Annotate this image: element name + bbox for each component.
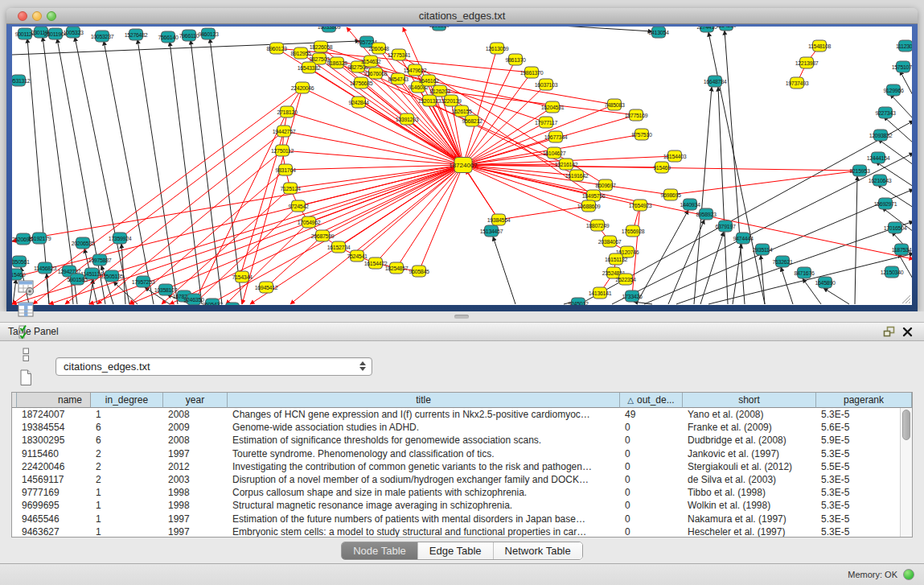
column-visibility-icon[interactable] <box>14 299 37 321</box>
network-node[interactable]: 9245012 <box>568 298 589 305</box>
network-node[interactable]: 6379197 <box>715 220 736 232</box>
network-node[interactable]: 15134457 <box>480 225 503 237</box>
table-row[interactable]: 969969511998Structural magnetic resonanc… <box>12 499 900 512</box>
tab-node-table[interactable]: Node Table <box>342 542 418 559</box>
network-node[interactable]: 7632621 <box>772 256 793 267</box>
network-node[interactable]: 7154210 <box>222 303 243 305</box>
network-node[interactable]: 8757510 <box>631 129 652 140</box>
table-row[interactable]: 1456911722003Disruption of a novel membe… <box>12 473 900 486</box>
network-node[interactable]: 10053237 <box>91 31 114 42</box>
network-node[interactable]: 20384067 <box>598 236 622 247</box>
network-node[interactable]: 16945412 <box>255 282 278 293</box>
network-node[interactable]: 10975887 <box>88 254 112 266</box>
network-node[interactable]: 20206535 <box>72 237 95 249</box>
network-node[interactable]: 8471676 <box>794 267 815 278</box>
network-node[interactable]: 15192179 <box>28 233 51 244</box>
network-node[interactable]: 9861370 <box>505 54 526 65</box>
column-header-title[interactable]: title <box>228 393 620 408</box>
network-node[interactable]: 16037103 <box>535 79 558 90</box>
network-node[interactable]: 8413054 <box>648 27 669 38</box>
network-node[interactable]: 11456823 <box>34 262 57 274</box>
network-node[interactable]: 9460123 <box>198 28 219 39</box>
network-node[interactable]: 2274410 <box>696 27 717 32</box>
network-node[interactable]: 10688609 <box>577 200 601 212</box>
network-node[interactable]: 9698695 <box>660 189 681 200</box>
network-node[interactable]: 1187534 <box>892 244 912 255</box>
network-node[interactable]: 12750112 <box>271 145 294 156</box>
scrollbar-thumb[interactable] <box>902 410 910 440</box>
select-all-icon[interactable] <box>14 321 37 344</box>
network-node[interactable]: 1603380 <box>429 27 450 31</box>
network-node[interactable]: 7566140 <box>158 31 179 43</box>
network-node[interactable]: 12613059 <box>486 43 509 54</box>
window-titlebar[interactable]: citations_edges.txt <box>6 8 918 24</box>
network-node[interactable]: 18154403 <box>663 150 687 162</box>
network-node[interactable]: 9605845 <box>409 266 429 277</box>
network-node[interactable]: 20531312 <box>12 75 31 86</box>
network-node[interactable]: 7125124 <box>280 183 301 194</box>
network-canvas[interactable]: 9001124230119023011904100532310053237152… <box>12 27 912 305</box>
table-row[interactable]: 1872400712008Changes of HCN gene express… <box>12 408 900 421</box>
network-node[interactable]: 12444154 <box>867 152 890 163</box>
network-node[interactable]: 9605432 <box>202 299 223 305</box>
table-selector-dropdown[interactable]: citations_edges.txt <box>55 357 372 376</box>
network-node[interactable]: 19737493 <box>786 77 809 89</box>
network-node[interactable]: 9129966 <box>883 84 904 96</box>
column-header-name[interactable]: name <box>17 393 91 408</box>
network-node[interactable]: 17654923 <box>629 200 652 211</box>
network-node[interactable]: 18254857 <box>385 262 409 274</box>
network-node[interactable]: 16104627 <box>543 147 566 159</box>
minimize-window-button[interactable] <box>32 11 42 21</box>
network-node[interactable]: 8609697 <box>595 179 616 191</box>
network-node[interactable]: 15692971 <box>874 198 897 209</box>
column-header-out_de[interactable]: △out_de... <box>620 393 683 408</box>
network-node[interactable]: 12775341 <box>388 49 411 60</box>
network-node[interactable]: 17656928 <box>622 225 645 237</box>
tab-edge-table[interactable]: Edge Table <box>418 542 494 559</box>
new-column-icon[interactable] <box>14 366 37 389</box>
network-node[interactable]: 1350561 <box>12 256 30 267</box>
network-node[interactable]: 16154472 <box>364 257 388 269</box>
network-node[interactable]: 16033809 <box>318 27 341 32</box>
column-header-in_degree[interactable]: in_degree <box>91 393 163 408</box>
network-node[interactable]: 8912955 <box>290 47 311 59</box>
network-node[interactable]: 16204531 <box>541 101 565 113</box>
resize-grip-icon[interactable] <box>902 295 910 303</box>
network-node[interactable]: 15276482 <box>125 29 148 40</box>
network-node[interactable]: 16210643 <box>869 175 892 186</box>
zoom-window-button[interactable] <box>47 11 56 21</box>
network-node[interactable]: 15751074 <box>892 61 912 72</box>
table-scrollbar[interactable] <box>900 408 912 537</box>
network-node[interactable]: 18775169 <box>625 109 648 121</box>
table-row[interactable]: 946554611997Estimation of the future num… <box>12 513 900 525</box>
network-node[interactable]: 18495756 <box>582 190 606 201</box>
table-row[interactable]: 1938455462009Genome-wide association stu… <box>12 421 900 434</box>
table-row[interactable]: 977716911998Corpus callosum shape and si… <box>12 486 900 499</box>
table-row[interactable]: 911546021997Tourette syndrome. Phenomeno… <box>12 447 900 460</box>
network-node[interactable]: 9724542 <box>288 200 309 212</box>
network-node[interactable]: 1440934 <box>680 199 700 210</box>
tab-network-table[interactable]: Network Table <box>494 542 582 559</box>
splitter-handle-icon[interactable] <box>454 315 469 319</box>
network-node[interactable]: 8215953 <box>849 165 870 176</box>
network-node[interactable]: 12150340 <box>881 266 904 278</box>
close-window-button[interactable] <box>18 11 27 21</box>
network-node[interactable]: 7485083 <box>604 99 625 110</box>
network-graph[interactable]: 9001124230119023011904100532310053237152… <box>12 27 912 305</box>
column-header-pagerank[interactable]: pagerank <box>816 393 912 408</box>
network-node[interactable]: 1154632 <box>361 56 381 67</box>
network-node[interactable]: 1645890 <box>815 277 836 288</box>
network-node[interactable]: 9227343 <box>875 107 896 118</box>
unselect-all-icon[interactable] <box>14 344 37 366</box>
memory-status-icon[interactable] <box>903 569 914 580</box>
network-node[interactable]: 17359924 <box>109 233 132 244</box>
network-node[interactable]: 12093832 <box>869 130 893 141</box>
network-node[interactable]: 8958923 <box>696 208 717 220</box>
panel-splitter[interactable] <box>0 311 924 322</box>
network-node[interactable]: 915469 <box>653 162 671 173</box>
table-row[interactable]: 1830029562008Estimation of significance … <box>12 434 900 447</box>
network-node[interactable]: 12213987 <box>795 57 819 68</box>
network-node[interactable]: 11548108 <box>808 40 832 51</box>
table-row[interactable]: 946362711997Embryonic stem cells: a mode… <box>12 525 900 537</box>
float-panel-icon[interactable] <box>881 324 898 339</box>
